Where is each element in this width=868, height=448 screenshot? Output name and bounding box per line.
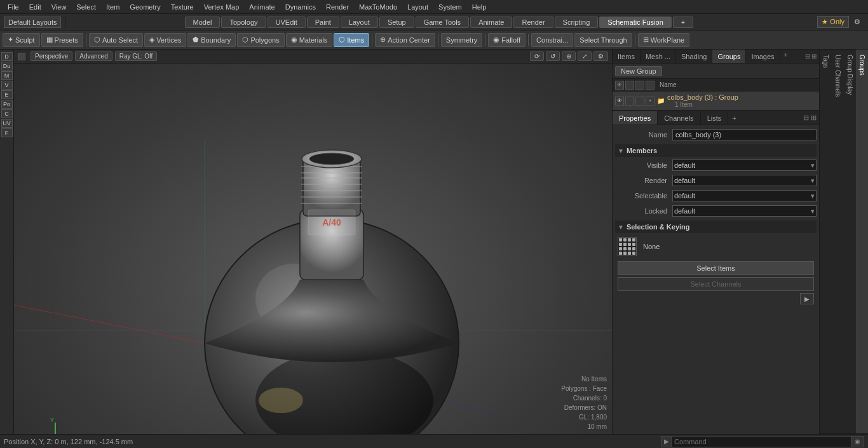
vtab-user-channels[interactable]: User Channels: [832, 50, 844, 434]
tab-game-tools[interactable]: Game Tools: [416, 17, 470, 28]
sidebar-btn-7[interactable]: C: [1, 109, 13, 118]
menu-item[interactable]: Item: [101, 2, 125, 12]
locked-dropdown[interactable]: default ▾: [672, 205, 817, 217]
menu-help[interactable]: Help: [467, 2, 492, 12]
viewport-collapse-btn[interactable]: [18, 53, 25, 60]
action-center-btn[interactable]: ⊕ Action Center: [375, 33, 435, 47]
props-tab-channels[interactable]: Channels: [658, 111, 700, 125]
menu-layout[interactable]: Layout: [402, 2, 433, 12]
list-header-ctrl3[interactable]: [646, 81, 654, 90]
render-dropdown[interactable]: default ▾: [672, 175, 817, 186]
list-header-ctrl2[interactable]: [635, 81, 644, 90]
props-tab-lists[interactable]: Lists: [701, 111, 729, 125]
menu-maxtomodo[interactable]: MaxToModo: [354, 2, 402, 12]
menu-geometry[interactable]: Geometry: [125, 2, 165, 12]
tab-uvedit[interactable]: UVEdit: [268, 17, 306, 28]
vp-fit-btn[interactable]: ⤢: [578, 51, 592, 61]
menu-edit[interactable]: Edit: [24, 2, 46, 12]
tab-topology[interactable]: Topology: [221, 17, 266, 28]
sk-dots-icon[interactable]: [618, 237, 637, 256]
menu-vertex-map[interactable]: Vertex Map: [199, 2, 245, 12]
tab-add[interactable]: +: [673, 17, 693, 28]
panel-tab-images[interactable]: Images: [746, 50, 780, 63]
vtab-tags[interactable]: Tags: [820, 50, 832, 434]
vtab-groups[interactable]: Groups: [856, 50, 868, 434]
boundary-btn[interactable]: ⬟ Boundary: [187, 33, 236, 47]
menu-select[interactable]: Select: [71, 2, 101, 12]
panel-tab-add[interactable]: +: [780, 50, 792, 63]
tab-scripting[interactable]: Scripting: [555, 17, 599, 28]
sidebar-btn-9[interactable]: F: [1, 128, 13, 137]
props-tab-properties[interactable]: Properties: [613, 111, 658, 125]
vp-zoom-btn[interactable]: ⊕: [562, 51, 576, 61]
constrain-btn[interactable]: Constrai...: [531, 33, 573, 47]
selectable-dropdown[interactable]: default ▾: [672, 190, 817, 201]
list-header-eye-icon[interactable]: 👁: [615, 81, 624, 90]
visible-dropdown[interactable]: default ▾: [672, 160, 817, 171]
select-channels-btn[interactable]: Select Channels: [618, 277, 814, 291]
tab-schematic-fusion[interactable]: Schematic Fusion: [599, 17, 671, 28]
props-expand-btn[interactable]: ⊟ ⊞: [801, 112, 819, 123]
menu-file[interactable]: File: [3, 2, 24, 12]
items-btn[interactable]: ⬡ Items: [334, 33, 369, 47]
menu-texture[interactable]: Texture: [166, 2, 199, 12]
group-ctrl-3[interactable]: +: [646, 97, 654, 105]
command-submit-btn[interactable]: ◉: [851, 437, 864, 447]
vp-raygl-btn[interactable]: Ray GL: Off: [115, 51, 158, 61]
default-layouts-dropdown[interactable]: Default Layouts: [4, 17, 61, 28]
materials-btn[interactable]: ◉ Materials: [286, 33, 333, 47]
group-ctrl-1[interactable]: [625, 97, 634, 105]
auto-select-btn[interactable]: ⬡ Auto Select: [89, 33, 143, 47]
vp-orbit-btn[interactable]: ⟳: [530, 51, 544, 61]
vp-perspective-btn[interactable]: Perspective: [31, 51, 72, 61]
sidebar-btn-3[interactable]: M: [1, 71, 13, 80]
panel-minimize-btn[interactable]: ⊟: [805, 53, 810, 60]
vertices-btn[interactable]: ◈ Vertices: [144, 33, 186, 47]
workplane-btn[interactable]: ⊞ WorkPlane: [638, 33, 690, 47]
sidebar-btn-4[interactable]: V: [1, 81, 13, 90]
command-input[interactable]: [672, 438, 851, 445]
group-item-colbs[interactable]: 👁 + 📁 colbs_body (3) : Group 1 Item: [613, 92, 819, 111]
group-item-eye[interactable]: 👁: [615, 97, 624, 105]
panel-tab-groups[interactable]: Groups: [712, 50, 746, 63]
viewport-canvas[interactable]: A/40 X Y Z No Items Polygons : Face Chan…: [14, 64, 612, 434]
menu-render[interactable]: Render: [321, 2, 354, 12]
symmetry-btn[interactable]: Symmetry: [441, 33, 483, 47]
vp-pan-btn[interactable]: ↺: [546, 51, 560, 61]
panel-maximize-btn[interactable]: ⊞: [811, 53, 817, 60]
panel-tab-items[interactable]: Items: [613, 50, 641, 63]
tab-setup[interactable]: Setup: [379, 17, 414, 28]
members-section-header[interactable]: ▼ Members: [615, 144, 817, 157]
menu-view[interactable]: View: [46, 2, 72, 12]
sidebar-btn-6[interactable]: Po: [1, 100, 13, 109]
new-group-btn[interactable]: New Group: [615, 66, 662, 76]
presets-btn[interactable]: ▦ Presets: [41, 33, 83, 47]
falloff-btn[interactable]: ◉ Falloff: [488, 33, 526, 47]
menu-animate[interactable]: Animate: [244, 2, 280, 12]
star-only-btn[interactable]: ★ Only: [817, 16, 849, 28]
props-tab-add[interactable]: +: [728, 113, 740, 123]
sel-keying-section-header[interactable]: ▼ Selection & Keying: [615, 221, 817, 233]
tab-layout[interactable]: Layout: [341, 17, 378, 28]
menu-dynamics[interactable]: Dynamics: [280, 2, 321, 12]
list-header-ctrl1[interactable]: [625, 81, 634, 90]
tab-animate[interactable]: Animate: [470, 17, 512, 28]
tab-render[interactable]: Render: [513, 17, 553, 28]
vtab-group-display[interactable]: Group Display: [844, 50, 856, 434]
vp-settings-btn[interactable]: ⚙: [593, 51, 608, 61]
sidebar-btn-1[interactable]: D: [1, 52, 13, 61]
sidebar-btn-2[interactable]: Du: [1, 62, 13, 71]
sidebar-btn-5[interactable]: E: [1, 90, 13, 99]
menu-system[interactable]: System: [433, 2, 467, 12]
sidebar-btn-8[interactable]: UV: [1, 119, 13, 128]
polygons-btn[interactable]: ⬡ Polygons: [237, 33, 284, 47]
group-ctrl-2[interactable]: [635, 97, 644, 105]
name-input[interactable]: [672, 129, 817, 140]
panel-tab-mesh[interactable]: Mesh ...: [641, 50, 676, 63]
select-through-btn[interactable]: Select Through: [574, 33, 632, 47]
sculpt-btn[interactable]: ✦ Sculpt: [3, 33, 40, 47]
sel-arrow-btn[interactable]: ▶: [800, 293, 814, 304]
select-items-btn[interactable]: Select Items: [618, 261, 814, 275]
tab-model[interactable]: Model: [185, 17, 220, 28]
panel-tab-shading[interactable]: Shading: [676, 50, 712, 63]
